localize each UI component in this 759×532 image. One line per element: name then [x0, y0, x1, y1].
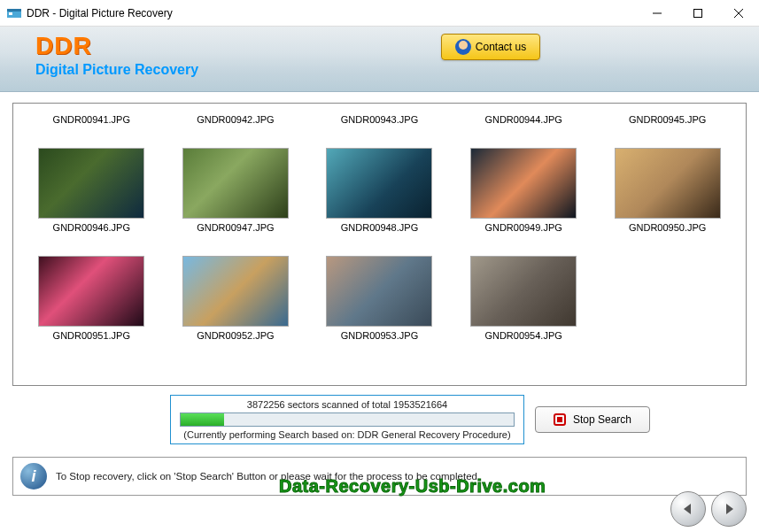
thumbnail-image	[38, 256, 144, 327]
maximize-button[interactable]	[678, 0, 718, 27]
progress-row: 3872256 sectors scanned of total 1953521…	[12, 395, 747, 444]
thumbnail-image	[326, 148, 432, 219]
svg-marker-8	[726, 504, 733, 514]
file-item[interactable]: GNDR00947.JPG	[167, 132, 306, 233]
footer-hint-bar: i To Stop recovery, click on 'Stop Searc…	[12, 457, 747, 496]
file-item[interactable]: GNDR00943.JPG	[310, 111, 449, 125]
file-item[interactable]: GNDR00951.JPG	[22, 240, 161, 341]
file-item[interactable]: GNDR00941.JPG	[22, 111, 161, 125]
window-title: DDR - Digital Picture Recovery	[27, 7, 637, 19]
file-item[interactable]: GNDR00944.JPG	[454, 111, 593, 125]
titlebar: DDR - Digital Picture Recovery	[0, 0, 759, 27]
thumbnail-image	[182, 256, 289, 327]
app-icon	[7, 8, 21, 19]
stop-search-button[interactable]: Stop Search	[535, 406, 650, 433]
file-item[interactable]: GNDR00952.JPG	[167, 240, 306, 341]
svg-rect-2	[9, 12, 12, 15]
file-item[interactable]: GNDR00954.JPG	[454, 240, 593, 341]
file-item[interactable]: GNDR00946.JPG	[22, 132, 161, 233]
logo-text: DDR	[35, 32, 741, 60]
stop-search-label: Stop Search	[573, 413, 631, 426]
minimize-button[interactable]	[637, 0, 678, 27]
nav-buttons	[670, 491, 747, 527]
svg-marker-7	[684, 504, 691, 514]
procedure-text: (Currently performing Search based on: D…	[180, 429, 515, 440]
contact-us-button[interactable]: Contact us	[441, 34, 540, 60]
file-item[interactable]: GNDR00948.JPG	[310, 132, 449, 233]
file-item-empty	[598, 240, 737, 341]
thumbnail-panel[interactable]: GNDR00941.JPG GNDR00942.JPG GNDR00943.JP…	[12, 103, 747, 386]
svg-rect-1	[7, 9, 21, 12]
thumbnail-image	[470, 148, 577, 219]
file-item[interactable]: GNDR00949.JPG	[454, 132, 593, 233]
header-band: DDR Digital Picture Recovery Contact us	[0, 27, 759, 92]
thumbnail-image	[38, 148, 144, 219]
file-item[interactable]: GNDR00950.JPG	[598, 132, 737, 233]
back-button[interactable]	[670, 491, 706, 527]
stop-icon	[554, 413, 566, 426]
app-subtitle: Digital Picture Recovery	[35, 62, 741, 78]
thumbnail-image	[326, 256, 432, 327]
svg-rect-4	[694, 9, 702, 17]
progress-bar	[180, 412, 515, 427]
file-item[interactable]: GNDR00953.JPG	[310, 240, 449, 341]
watermark-text: Data-Recovery-Usb-Drive.com	[279, 476, 546, 497]
thumbnail-image	[470, 256, 577, 327]
content-area: GNDR00941.JPG GNDR00942.JPG GNDR00943.JP…	[0, 92, 759, 450]
progress-fill	[181, 413, 224, 426]
scan-status-text: 3872256 sectors scanned of total 1953521…	[180, 399, 515, 410]
contact-us-label: Contact us	[476, 41, 526, 53]
contact-avatar-icon	[455, 39, 471, 55]
info-icon: i	[20, 463, 47, 490]
file-item[interactable]: GNDR00942.JPG	[167, 111, 306, 125]
progress-box: 3872256 sectors scanned of total 1953521…	[170, 395, 524, 444]
forward-button[interactable]	[711, 491, 747, 527]
file-item[interactable]: GNDR00945.JPG	[598, 111, 737, 125]
close-button[interactable]	[718, 0, 759, 27]
thumbnail-image	[182, 148, 289, 219]
thumbnail-image	[615, 148, 721, 219]
